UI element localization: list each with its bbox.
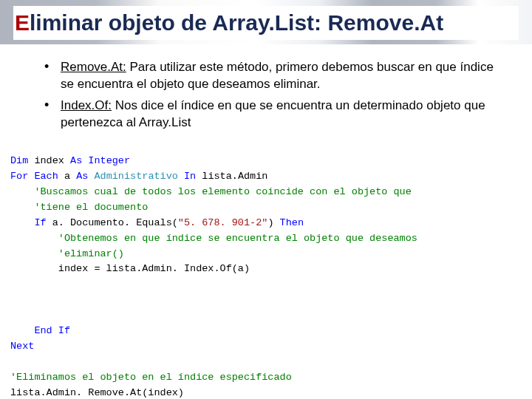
bullet-term: Remove.At: [61,60,126,74]
bullet-term: Index.Of: [61,98,112,112]
bullet-dot: • [44,98,61,132]
bullet-item: •Index.Of: Nos dice el índice en que se … [44,98,510,132]
bullet-item: •Remove.At: Para utilizar este método, p… [44,59,510,93]
title-rest: liminar objeto de Array.List: Remove.At [30,10,443,35]
code-block: Dim index As Integer For Each a As Admin… [10,154,522,399]
bullet-body: Nos dice el índice en que se encuentra u… [61,98,485,129]
bullet-text: Index.Of: Nos dice el índice en que se e… [61,98,510,132]
slide: Eliminar objeto de Array.List: Remove.At… [0,0,532,399]
bullet-dot: • [44,59,61,93]
bullet-text: Remove.At: Para utilizar este método, pr… [61,59,510,93]
bullet-body: Para utilizar este método, primero debem… [61,60,494,91]
bullet-list: •Remove.At: Para utilizar este método, p… [44,59,510,136]
title-red: E [15,10,30,35]
slide-title: Eliminar objeto de Array.List: Remove.At [13,6,519,40]
